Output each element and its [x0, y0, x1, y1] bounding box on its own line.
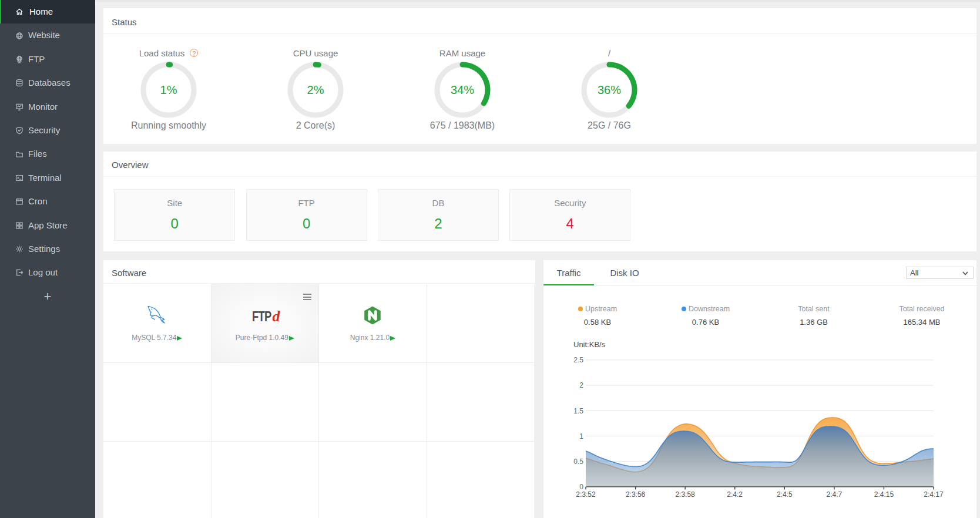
svg-text:2:4:17: 2:4:17: [924, 490, 944, 499]
svg-text:0.5: 0.5: [573, 458, 583, 466]
svg-text:2:3:58: 2:3:58: [675, 490, 695, 499]
svg-text:2:4:7: 2:4:7: [827, 490, 843, 499]
svg-text:1: 1: [579, 432, 583, 440]
svg-text:1.5: 1.5: [573, 407, 583, 415]
svg-text:2:4:15: 2:4:15: [874, 490, 894, 499]
svg-text:2:3:56: 2:3:56: [626, 490, 646, 499]
svg-text:2: 2: [579, 381, 583, 389]
svg-text:Unit:KB/s: Unit:KB/s: [573, 340, 606, 349]
svg-text:2:4:5: 2:4:5: [777, 490, 793, 499]
svg-text:2:3:52: 2:3:52: [576, 490, 596, 499]
svg-text:2.5: 2.5: [573, 356, 583, 364]
svg-text:2:4:2: 2:4:2: [727, 490, 743, 499]
